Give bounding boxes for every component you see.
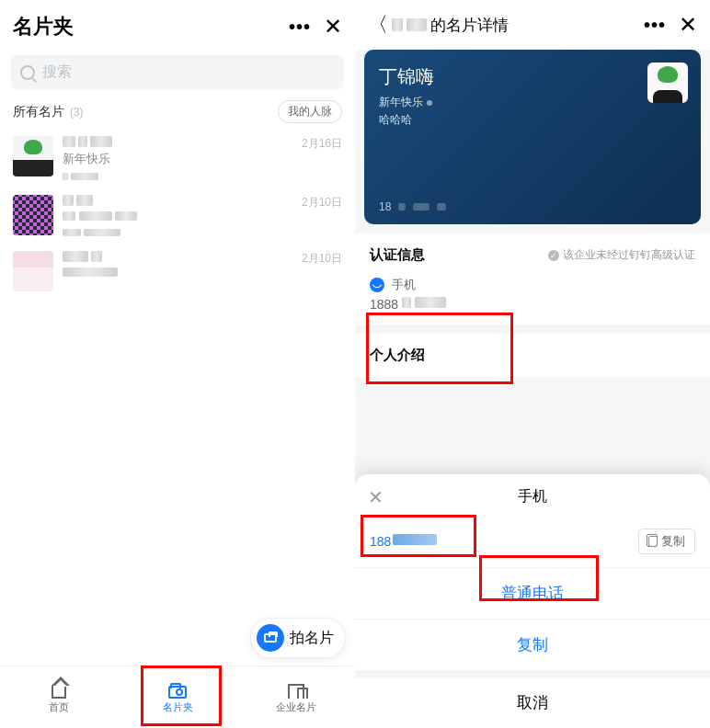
dot-icon xyxy=(427,100,432,106)
avatar xyxy=(13,136,53,176)
more-icon[interactable]: ••• xyxy=(644,15,666,36)
building-icon xyxy=(286,680,306,699)
header-actions: ••• ✕ xyxy=(289,16,342,38)
normal-call-button[interactable]: 普通电话 xyxy=(355,568,710,619)
card-name: 丁锦嗨 xyxy=(379,64,686,89)
check-icon: ✓ xyxy=(548,250,559,261)
sheet-phone-number[interactable]: 188 xyxy=(370,534,437,549)
header-actions: ••• ✕ xyxy=(644,14,697,36)
search-icon xyxy=(20,65,35,80)
page-title: 名片夹 xyxy=(13,13,74,40)
close-icon[interactable]: ✕ xyxy=(679,14,697,36)
home-icon xyxy=(49,680,69,699)
phone-icon xyxy=(370,278,384,292)
tab-bar: 首页 名片夹 企业名片 xyxy=(0,665,355,728)
more-icon[interactable]: ••• xyxy=(289,17,311,38)
action-sheet: ✕ 手机 188 复制 普通电话 复制 取消 xyxy=(355,474,710,728)
sheet-title: 手机 xyxy=(368,487,697,506)
avatar xyxy=(13,251,53,291)
header: 〈 的名片详情 ••• ✕ xyxy=(355,0,710,50)
card-subtitle-2: 哈哈哈 xyxy=(379,112,686,128)
count-badge: (3) xyxy=(70,106,84,119)
contact-date: 2月16日 xyxy=(302,136,342,182)
all-cards-label: 所有名片 xyxy=(13,104,64,119)
avatar xyxy=(13,195,53,235)
section-title: 个人介绍 xyxy=(370,347,695,364)
header: 名片夹 ••• ✕ xyxy=(0,0,355,50)
verification-section: 认证信息 ✓ 该企业未经过钉钉高级认证 手机 1888 xyxy=(355,233,710,324)
contact-subtitle: 新年快乐 xyxy=(63,151,302,167)
phone-number: 1888 xyxy=(370,297,695,312)
copy-button[interactable]: 复制 xyxy=(638,529,695,554)
copy-action-button[interactable]: 复制 xyxy=(355,619,710,670)
cancel-button[interactable]: 取消 xyxy=(355,677,710,728)
contact-date: 2月10日 xyxy=(302,195,342,238)
tab-cards[interactable]: 名片夹 xyxy=(119,666,237,728)
contact-date: 2月10日 xyxy=(302,251,342,291)
search-input[interactable]: 搜索 xyxy=(11,55,344,89)
tab-enterprise[interactable]: 企业名片 xyxy=(236,666,355,728)
card-folder-screen: 名片夹 ••• ✕ 搜索 所有名片 (3) 我的人脉 新年快乐 2月16日 xyxy=(0,0,355,728)
intro-section: 个人介绍 xyxy=(355,334,710,377)
my-connections-button[interactable]: 我的人脉 xyxy=(278,100,342,123)
card-detail-screen: 〈 的名片详情 ••• ✕ 丁锦嗨 新年快乐 哈哈哈 18 认证信息 xyxy=(355,0,710,728)
business-card: 丁锦嗨 新年快乐 哈哈哈 18 xyxy=(364,50,701,224)
card-bottom: 18 xyxy=(379,200,446,213)
back-icon[interactable]: 〈 xyxy=(368,11,388,39)
verification-badge: ✓ 该企业未经过钉钉高级认证 xyxy=(548,247,695,263)
phone-field[interactable]: 手机 xyxy=(370,277,695,293)
section-title: 认证信息 xyxy=(370,246,425,264)
tab-home[interactable]: 首页 xyxy=(0,666,119,728)
subheader: 所有名片 (3) 我的人脉 xyxy=(0,98,355,132)
copy-icon xyxy=(648,536,658,547)
close-icon[interactable]: ✕ xyxy=(324,16,342,38)
page-title: 的名片详情 xyxy=(392,15,509,36)
camera-icon xyxy=(257,624,284,652)
sheet-close-icon[interactable]: ✕ xyxy=(368,486,384,508)
card-subtitle: 新年快乐 xyxy=(379,95,686,110)
search-placeholder: 搜索 xyxy=(42,63,72,82)
list-item[interactable]: 2月10日 xyxy=(0,247,355,301)
list-item[interactable]: 2月10日 xyxy=(0,191,355,247)
card-folder-icon xyxy=(167,680,188,699)
scan-card-button[interactable]: 拍名片 xyxy=(250,618,346,658)
list-item[interactable]: 新年快乐 2月16日 xyxy=(0,132,355,191)
avatar xyxy=(647,63,688,103)
